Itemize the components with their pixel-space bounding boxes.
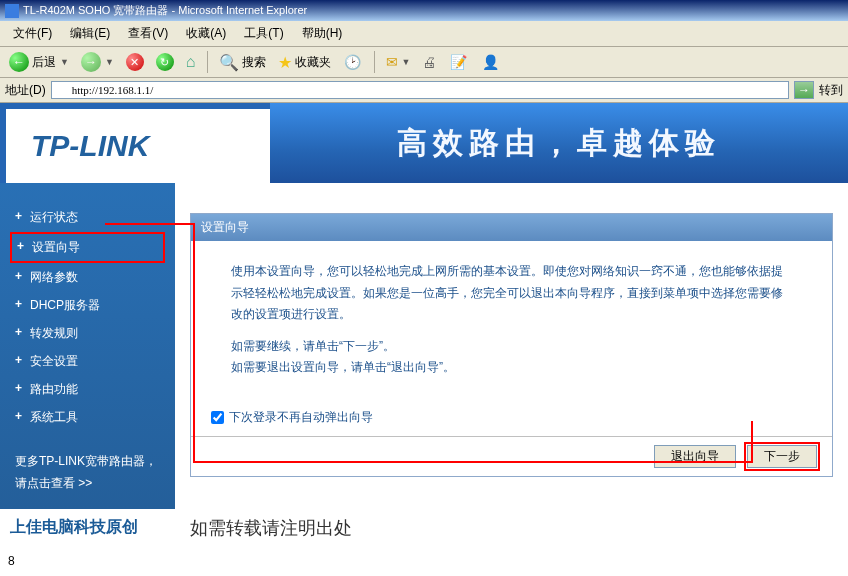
search-icon: 🔍 <box>219 53 239 72</box>
refresh-icon: ↻ <box>156 53 174 71</box>
home-button[interactable]: ⌂ <box>182 51 200 73</box>
chevron-down-icon: ▼ <box>105 57 114 67</box>
no-popup-checkbox[interactable] <box>211 411 224 424</box>
toolbar: ← 后退 ▼ → ▼ ✕ ↻ ⌂ 🔍 搜索 ★ 收藏夹 🕑 ✉▼ 🖨 📝 👤 <box>0 47 848 78</box>
print-button[interactable]: 🖨 <box>418 52 440 72</box>
home-icon: ⌂ <box>186 53 196 71</box>
sidebar-item-security[interactable]: 安全设置 <box>0 348 175 375</box>
search-button[interactable]: 🔍 搜索 <box>215 51 270 74</box>
discuss-button[interactable]: 👤 <box>476 50 504 74</box>
go-label[interactable]: 转到 <box>819 82 843 99</box>
menu-file[interactable]: 文件(F) <box>5 23 60 44</box>
annotation-line <box>193 461 753 463</box>
sidebar-item-system[interactable]: 系统工具 <box>0 404 175 431</box>
annotation-line <box>105 223 195 225</box>
window-title-bar: TL-R402M SOHO 宽带路由器 - Microsoft Internet… <box>0 0 848 21</box>
wizard-body: 使用本设置向导，您可以轻松地完成上网所需的基本设置。即使您对网络知识一窍不通，您… <box>191 241 832 399</box>
sidebar-item-status[interactable]: 运行状态 <box>0 204 175 231</box>
menu-tools[interactable]: 工具(T) <box>236 23 291 44</box>
star-icon: ★ <box>278 53 292 72</box>
menu-favorites[interactable]: 收藏(A) <box>178 23 234 44</box>
edit-icon: 📝 <box>448 52 468 72</box>
forward-icon: → <box>81 52 101 72</box>
page-icon <box>56 84 68 96</box>
back-button[interactable]: ← 后退 ▼ <box>5 50 73 74</box>
sidebar-item-routing[interactable]: 路由功能 <box>0 376 175 403</box>
sidebar-item-network[interactable]: 网络参数 <box>0 264 175 291</box>
slogan: 高效路由，卓越体验 <box>270 103 848 183</box>
window-title: TL-R402M SOHO 宽带路由器 - Microsoft Internet… <box>23 3 307 18</box>
menu-edit[interactable]: 编辑(E) <box>62 23 118 44</box>
refresh-button[interactable]: ↻ <box>152 51 178 73</box>
sidebar-item-forward[interactable]: 转发规则 <box>0 320 175 347</box>
printer-icon: 🖨 <box>422 54 436 70</box>
sidebar-more-link[interactable]: 更多TP-LINK宽带路由器，请点击查看 >> <box>0 446 175 499</box>
logo-area: TP-LINK <box>0 103 270 183</box>
separator <box>207 51 208 73</box>
address-label: 地址(D) <box>5 82 46 99</box>
ie-icon <box>5 4 19 18</box>
chevron-down-icon: ▼ <box>60 57 69 67</box>
menu-view[interactable]: 查看(V) <box>120 23 176 44</box>
address-bar: 地址(D) http://192.168.1.1/ → 转到 <box>0 78 848 103</box>
stop-icon: ✕ <box>126 53 144 71</box>
wizard-title: 设置向导 <box>191 214 832 241</box>
sidebar-item-wizard[interactable]: 设置向导 <box>10 232 165 263</box>
mail-icon: ✉ <box>386 54 398 70</box>
stop-button[interactable]: ✕ <box>122 51 148 73</box>
checkbox-label[interactable]: 下次登录不再自动弹出向导 <box>229 409 373 426</box>
annotation-line <box>751 421 753 463</box>
address-input[interactable]: http://192.168.1.1/ <box>51 81 789 99</box>
wizard-checkbox-row: 下次登录不再自动弹出向导 <box>191 399 832 436</box>
wizard-panel: 设置向导 使用本设置向导，您可以轻松地完成上网所需的基本设置。即使您对网络知识一… <box>190 213 833 477</box>
wizard-buttons: 退出向导 下一步 <box>191 436 832 476</box>
sidebar-footer: 上佳电脑科技原创 <box>0 509 175 546</box>
menu-help[interactable]: 帮助(H) <box>294 23 351 44</box>
history-button[interactable]: 🕑 <box>339 50 367 74</box>
edit-button[interactable]: 📝 <box>444 50 472 74</box>
page-header: TP-LINK 高效路由，卓越体验 <box>0 103 848 183</box>
exit-wizard-button[interactable]: 退出向导 <box>654 445 736 468</box>
sidebar-item-dhcp[interactable]: DHCP服务器 <box>0 292 175 319</box>
main-content: 运行状态 设置向导 网络参数 DHCP服务器 转发规则 安全设置 路由功能 系统… <box>0 183 848 509</box>
sidebar: 运行状态 设置向导 网络参数 DHCP服务器 转发规则 安全设置 路由功能 系统… <box>0 183 175 509</box>
url-text: http://192.168.1.1/ <box>72 84 154 96</box>
history-icon: 🕑 <box>343 52 363 72</box>
repost-note: 如需转载请注明出处 <box>175 516 367 540</box>
wizard-text-3: 如需要退出设置向导，请单击“退出向导”。 <box>231 357 792 379</box>
logo: TP-LINK <box>31 129 245 163</box>
wizard-text-1: 使用本设置向导，您可以轻松地完成上网所需的基本设置。即使您对网络知识一窍不通，您… <box>231 261 792 326</box>
wizard-text-2: 如需要继续，请单击“下一步”。 <box>231 336 792 358</box>
messenger-icon: 👤 <box>480 52 500 72</box>
menu-bar: 文件(F) 编辑(E) 查看(V) 收藏(A) 工具(T) 帮助(H) <box>0 21 848 47</box>
page-number: 8 <box>0 546 848 576</box>
favorites-button[interactable]: ★ 收藏夹 <box>274 51 335 74</box>
annotation-line <box>193 223 195 463</box>
forward-button[interactable]: → ▼ <box>77 50 118 74</box>
back-icon: ← <box>9 52 29 72</box>
next-button[interactable]: 下一步 <box>747 445 817 468</box>
mail-button[interactable]: ✉▼ <box>382 52 415 72</box>
go-button[interactable]: → <box>794 81 814 99</box>
separator <box>374 51 375 73</box>
